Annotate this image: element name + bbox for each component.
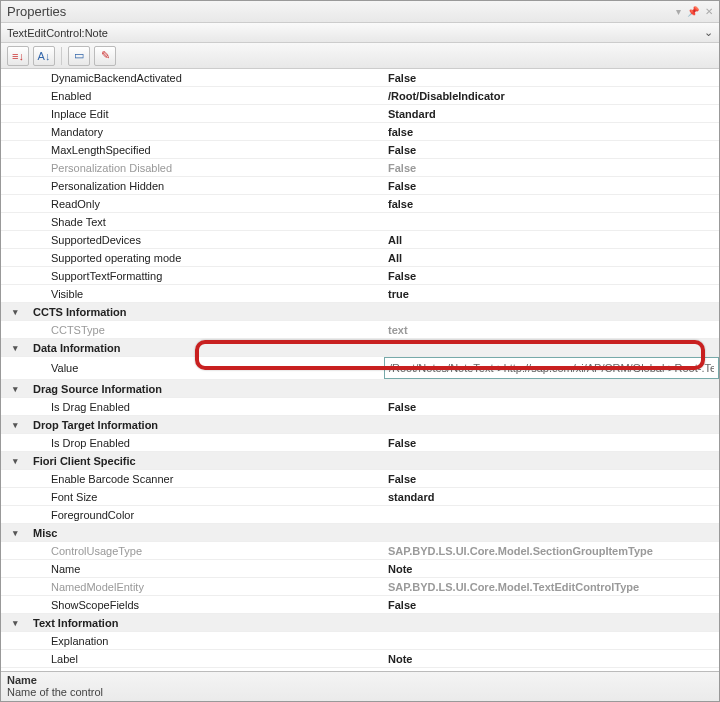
- category-label: Fiori Client Specific: [29, 453, 384, 469]
- alphabetical-button[interactable]: A↓: [33, 46, 55, 66]
- property-row[interactable]: ToolTip: [1, 668, 719, 671]
- category-row[interactable]: ▾Fiori Client Specific: [1, 452, 719, 470]
- property-row[interactable]: LabelNote: [1, 650, 719, 668]
- category-spacer: [384, 310, 719, 314]
- property-name: Supported operating mode: [29, 250, 384, 266]
- property-row[interactable]: SupportTextFormattingFalse: [1, 267, 719, 285]
- category-spacer: [384, 387, 719, 391]
- window-controls: ▾ 📌 ✕: [676, 6, 713, 17]
- property-name: Enabled: [29, 88, 384, 104]
- property-row[interactable]: NameNote: [1, 560, 719, 578]
- pin-icon[interactable]: 📌: [687, 6, 699, 17]
- property-row[interactable]: Shade Text: [1, 213, 719, 231]
- property-name: ToolTip: [29, 669, 384, 672]
- property-value[interactable]: /Root/DisableIndicator: [384, 88, 719, 104]
- property-row[interactable]: SupportedDevicesAll: [1, 231, 719, 249]
- chevron-down-icon[interactable]: ⌄: [704, 26, 713, 39]
- property-value[interactable]: [384, 357, 719, 379]
- property-value[interactable]: All: [384, 250, 719, 266]
- property-row[interactable]: Explanation: [1, 632, 719, 650]
- property-value[interactable]: text: [384, 322, 719, 338]
- expander-icon[interactable]: ▾: [13, 528, 18, 538]
- close-icon[interactable]: ✕: [705, 6, 713, 17]
- property-value[interactable]: [384, 639, 719, 643]
- expander-icon[interactable]: ▾: [13, 420, 18, 430]
- property-value[interactable]: standard: [384, 489, 719, 505]
- category-row[interactable]: ▾Misc: [1, 524, 719, 542]
- property-value[interactable]: false: [384, 124, 719, 140]
- property-value[interactable]: False: [384, 435, 719, 451]
- category-row[interactable]: ▾Data Information: [1, 339, 719, 357]
- category-label: Data Information: [29, 340, 384, 356]
- property-row[interactable]: MaxLengthSpecifiedFalse: [1, 141, 719, 159]
- autohide-icon[interactable]: ▾: [676, 6, 681, 17]
- property-value[interactable]: false: [384, 196, 719, 212]
- property-name: Is Drag Enabled: [29, 399, 384, 415]
- expander-icon[interactable]: ▾: [13, 384, 18, 394]
- panel-title: Properties: [7, 4, 66, 19]
- property-row[interactable]: NamedModelEntitySAP.BYD.LS.UI.Core.Model…: [1, 578, 719, 596]
- property-grid[interactable]: DynamicBackendActivatedFalseEnabled/Root…: [1, 69, 719, 671]
- property-row[interactable]: Personalization HiddenFalse: [1, 177, 719, 195]
- property-value[interactable]: true: [384, 286, 719, 302]
- property-row[interactable]: Inplace EditStandard: [1, 105, 719, 123]
- property-row[interactable]: Enabled/Root/DisableIndicator: [1, 87, 719, 105]
- property-value[interactable]: Note: [384, 651, 719, 667]
- category-spacer: [384, 346, 719, 350]
- property-name: ForegroundColor: [29, 507, 384, 523]
- property-name: Personalization Disabled: [29, 160, 384, 176]
- expander-icon[interactable]: ▾: [13, 456, 18, 466]
- property-value[interactable]: False: [384, 399, 719, 415]
- property-name: Value: [29, 360, 384, 376]
- property-value[interactable]: False: [384, 142, 719, 158]
- property-name: Enable Barcode Scanner: [29, 471, 384, 487]
- category-row[interactable]: ▾CCTS Information: [1, 303, 719, 321]
- property-row[interactable]: DynamicBackendActivatedFalse: [1, 69, 719, 87]
- property-row[interactable]: ControlUsageTypeSAP.BYD.LS.UI.Core.Model…: [1, 542, 719, 560]
- category-row[interactable]: ▾Drag Source Information: [1, 380, 719, 398]
- expander-icon[interactable]: ▾: [13, 618, 18, 628]
- expander-icon[interactable]: ▾: [13, 307, 18, 317]
- property-value[interactable]: False: [384, 70, 719, 86]
- property-value[interactable]: SAP.BYD.LS.UI.Core.Model.SectionGroupIte…: [384, 543, 719, 559]
- context-bar[interactable]: TextEditControl:Note ⌄: [1, 23, 719, 43]
- property-value[interactable]: [384, 513, 719, 517]
- property-name: CCTSType: [29, 322, 384, 338]
- property-value[interactable]: False: [384, 160, 719, 176]
- property-row[interactable]: Value: [1, 357, 719, 380]
- property-row[interactable]: Is Drop EnabledFalse: [1, 434, 719, 452]
- expander-icon[interactable]: ▾: [13, 343, 18, 353]
- property-value[interactable]: False: [384, 471, 719, 487]
- property-value[interactable]: SAP.BYD.LS.UI.Core.Model.TextEditControl…: [384, 579, 719, 595]
- categorized-button[interactable]: ≡↓: [7, 46, 29, 66]
- property-value[interactable]: False: [384, 178, 719, 194]
- property-row[interactable]: Visibletrue: [1, 285, 719, 303]
- category-label: Drop Target Information: [29, 417, 384, 433]
- property-value[interactable]: All: [384, 232, 719, 248]
- property-name: Explanation: [29, 633, 384, 649]
- property-row[interactable]: Supported operating modeAll: [1, 249, 719, 267]
- edit-button[interactable]: ✎: [94, 46, 116, 66]
- property-row[interactable]: Personalization DisabledFalse: [1, 159, 719, 177]
- category-label: Misc: [29, 525, 384, 541]
- value-input[interactable]: [384, 357, 719, 379]
- property-row[interactable]: Enable Barcode ScannerFalse: [1, 470, 719, 488]
- category-row[interactable]: ▾Text Information: [1, 614, 719, 632]
- property-row[interactable]: Font Sizestandard: [1, 488, 719, 506]
- property-value[interactable]: Note: [384, 561, 719, 577]
- property-row[interactable]: Is Drag EnabledFalse: [1, 398, 719, 416]
- property-value[interactable]: [384, 220, 719, 224]
- property-value[interactable]: Standard: [384, 106, 719, 122]
- property-row[interactable]: ReadOnlyfalse: [1, 195, 719, 213]
- property-row[interactable]: ForegroundColor: [1, 506, 719, 524]
- category-row[interactable]: ▾Drop Target Information: [1, 416, 719, 434]
- property-value[interactable]: False: [384, 268, 719, 284]
- property-name: Font Size: [29, 489, 384, 505]
- property-row[interactable]: Mandatoryfalse: [1, 123, 719, 141]
- property-name: SupportedDevices: [29, 232, 384, 248]
- property-pages-button[interactable]: ▭: [68, 46, 90, 66]
- property-name: Personalization Hidden: [29, 178, 384, 194]
- property-value[interactable]: False: [384, 597, 719, 613]
- property-row[interactable]: ShowScopeFieldsFalse: [1, 596, 719, 614]
- property-row[interactable]: CCTSTypetext: [1, 321, 719, 339]
